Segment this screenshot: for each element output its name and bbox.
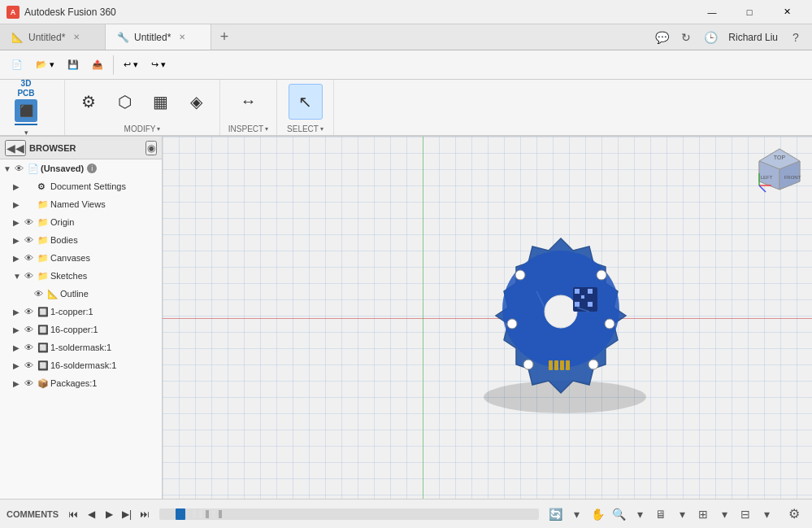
type-canvases: 📁 xyxy=(37,253,49,264)
play-end-button[interactable]: ⏭ xyxy=(137,506,153,522)
tree-item-bodies[interactable]: ▶ 👁 📁 Bodies xyxy=(0,231,162,249)
expand-origin: ▶ xyxy=(13,218,23,227)
origin-label: Origin xyxy=(50,217,74,227)
ribbon-modify-group: ⚙ ⬡ ▦ ◈ MODIFY ▾ xyxy=(65,80,220,135)
tree-item-named-views[interactable]: ▶ 📁 Named Views xyxy=(0,195,162,213)
modify-tool-3[interactable]: ▦ xyxy=(143,84,177,120)
tree-item-doc-settings[interactable]: ▶ ⚙ Document Settings xyxy=(0,177,162,195)
redo-button[interactable]: ↪ ▾ xyxy=(146,54,171,76)
tab-bar: 📐 Untitled* ✕ 🔧 Untitled* ✕ + 💬 ↻ 🕒 Rich… xyxy=(0,24,812,50)
svg-rect-12 xyxy=(588,302,593,307)
settings-button[interactable]: ⚙ xyxy=(783,503,805,526)
vis-soldermask1: 👁 xyxy=(24,343,36,352)
svg-rect-6 xyxy=(588,289,593,294)
new-button[interactable]: 📄 xyxy=(7,54,28,76)
timeline-thumb[interactable] xyxy=(176,508,185,520)
minimize-button[interactable]: — xyxy=(693,0,731,24)
sketches-label: Sketches xyxy=(50,271,87,281)
zoom-in-button[interactable]: 🔍 xyxy=(609,504,628,524)
play-play-button[interactable]: ▶ xyxy=(101,506,117,522)
timeline-marker-5 xyxy=(219,510,222,518)
svg-rect-5 xyxy=(581,289,586,294)
export-button[interactable]: 📤 xyxy=(87,54,108,76)
display-arrow[interactable]: ▾ xyxy=(672,504,692,524)
notifications-button[interactable]: 💬 xyxy=(650,26,673,49)
display-button[interactable]: 🖥 xyxy=(651,504,671,524)
tree-item-root[interactable]: ▼ 👁 📄 (Unsaved) i xyxy=(0,159,162,177)
tab-controls: 💬 ↻ 🕒 Richard Liu ? xyxy=(650,24,812,50)
vis-packages: 👁 xyxy=(24,378,36,388)
browser-collapse-button[interactable]: ◀◀ xyxy=(5,140,26,156)
history-button[interactable]: 🕒 xyxy=(699,26,722,49)
root-label: (Unsaved) xyxy=(41,164,84,173)
expand-doc: ▶ xyxy=(13,182,23,191)
snap-button[interactable]: ⊟ xyxy=(736,504,755,524)
expand-canvases: ▶ xyxy=(13,254,23,263)
refresh-button[interactable]: ↻ xyxy=(675,26,697,49)
tab-2-close[interactable]: ✕ xyxy=(179,33,185,41)
viewcube[interactable]: TOP LEFT FRONT xyxy=(755,145,804,194)
svg-rect-19 xyxy=(549,360,553,370)
svg-text:TOP: TOP xyxy=(774,155,786,160)
soldermask1-label: 1-soldermask:1 xyxy=(50,343,111,352)
modify-arrow: ▾ xyxy=(157,125,160,133)
timeline-bar[interactable] xyxy=(159,508,539,520)
modify-tool-1[interactable]: ⚙ xyxy=(72,84,106,120)
type-copper16: 🔲 xyxy=(37,325,49,335)
tab-1[interactable]: 📐 Untitled* ✕ xyxy=(0,24,106,50)
pan-button[interactable]: ✋ xyxy=(588,504,607,524)
ribbon-mode-arrow: ▾ xyxy=(24,129,28,137)
svg-line-34 xyxy=(759,185,766,192)
ribbon-modify-tools: ⚙ ⬡ ▦ ◈ xyxy=(72,81,213,121)
tree-item-canvases[interactable]: ▶ 👁 📁 Canvases xyxy=(0,249,162,267)
help-button[interactable]: ? xyxy=(784,26,807,49)
grid-arrow[interactable]: ▾ xyxy=(714,504,734,524)
inspect-tool-1[interactable]: ↔ xyxy=(232,84,266,120)
svg-point-14 xyxy=(597,270,606,280)
tab-2[interactable]: 🔧 Untitled* ✕ xyxy=(106,24,211,50)
tree-item-sketches[interactable]: ▼ 👁 📁 Sketches xyxy=(0,267,162,285)
play-next-button[interactable]: ▶| xyxy=(119,506,135,522)
tree-item-outline[interactable]: 👁 📐 Outline xyxy=(0,285,162,303)
tree-item-copper16[interactable]: ▶ 👁 🔲 16-copper:1 xyxy=(0,321,162,338)
orbit-arrow[interactable]: ▾ xyxy=(567,504,586,524)
select-tool-1[interactable]: ↖ xyxy=(289,84,323,120)
sidebar: ◀◀ BROWSER ◉ ▼ 👁 📄 (Unsaved) i ▶ ⚙ Docum… xyxy=(0,137,163,499)
open-button[interactable]: 📂 ▾ xyxy=(31,54,59,76)
grid-button[interactable]: ⊞ xyxy=(693,504,713,524)
tree-item-origin[interactable]: ▶ 👁 📁 Origin xyxy=(0,213,162,231)
viewport[interactable]: TOP LEFT FRONT ✏ Edit Profile Sketch 📋 E… xyxy=(163,137,812,499)
tree-item-packages[interactable]: ▶ 👁 📦 Packages:1 xyxy=(0,374,162,392)
zoom-arrow[interactable]: ▾ xyxy=(630,504,649,524)
expand-copper1: ▶ xyxy=(13,308,23,316)
timeline[interactable] xyxy=(159,506,539,522)
svg-text:FRONT: FRONT xyxy=(784,175,801,180)
vis-canvases: 👁 xyxy=(24,253,36,263)
browser-header: ◀◀ BROWSER ◉ xyxy=(0,137,162,159)
tree-item-soldermask16[interactable]: ▶ 👁 🔲 16-soldermask:1 xyxy=(0,356,162,374)
copper16-label: 16-copper:1 xyxy=(50,325,98,334)
modify-tool-4[interactable]: ◈ xyxy=(179,84,213,120)
play-prev-button[interactable]: ◀ xyxy=(83,506,99,522)
tree-item-soldermask1[interactable]: ▶ 👁 🔲 1-soldermask:1 xyxy=(0,338,162,356)
type-outline: 📐 xyxy=(47,289,59,299)
restore-button[interactable]: □ xyxy=(731,0,768,24)
svg-rect-22 xyxy=(566,360,570,370)
expand-packages: ▶ xyxy=(13,379,23,388)
timeline-marker-4 xyxy=(212,510,215,518)
modify-tool-2[interactable]: ⬡ xyxy=(107,84,141,120)
3dpcb-mode-button[interactable]: 3D PCB ⬛ ▾ xyxy=(8,83,44,132)
tree-item-copper1[interactable]: ▶ 👁 🔲 1-copper:1 xyxy=(0,303,162,321)
undo-button[interactable]: ↩ ▾ xyxy=(119,54,143,76)
save-button[interactable]: 💾 xyxy=(63,54,84,76)
close-button[interactable]: ✕ xyxy=(768,0,805,24)
app-icon: A xyxy=(7,6,20,19)
orbit-button[interactable]: 🔄 xyxy=(545,504,565,524)
play-start-button[interactable]: ⏮ xyxy=(65,506,81,522)
browser-pin-button[interactable]: ◉ xyxy=(145,141,157,155)
vis-soldermask16: 👁 xyxy=(24,360,36,370)
tab-1-close[interactable]: ✕ xyxy=(73,33,80,41)
tab-add-button[interactable]: + xyxy=(211,24,237,50)
svg-rect-4 xyxy=(575,289,580,294)
snap-arrow[interactable]: ▾ xyxy=(757,504,776,524)
